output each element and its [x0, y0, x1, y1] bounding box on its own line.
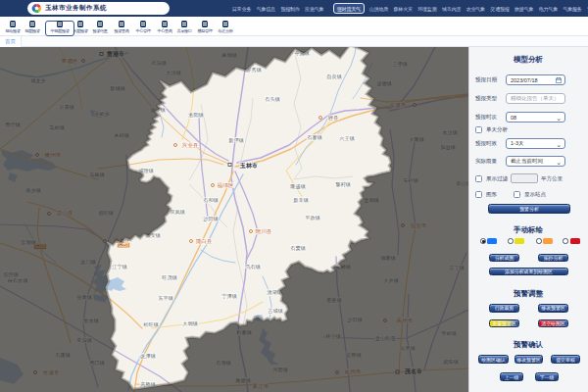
svg-text:乌石镇: 乌石镇	[245, 264, 261, 270]
svg-text:六王镇: 六王镇	[339, 135, 355, 141]
svg-text:大垌镇: 大垌镇	[182, 320, 198, 327]
svg-text:古城镇: 古城镇	[268, 308, 283, 315]
svg-text:黎村镇: 黎村镇	[335, 181, 351, 188]
svg-text:龙潭镇: 龙潭镇	[140, 353, 156, 360]
svg-text:陆川县: 陆川县	[256, 228, 272, 234]
svg-text:隆盛镇: 隆盛镇	[290, 183, 306, 189]
svg-text:容县: 容县	[327, 115, 339, 122]
svg-text:新丰镇: 新丰镇	[293, 197, 309, 203]
svg-text:石窝镇: 石窝镇	[290, 245, 306, 251]
svg-text:石和镇: 石和镇	[203, 197, 219, 203]
svg-text:石寨镇: 石寨镇	[307, 134, 322, 140]
svg-text:平政镇: 平政镇	[305, 215, 320, 220]
svg-text:自良镇: 自良镇	[326, 74, 342, 80]
svg-text:东平镇: 东平镇	[158, 295, 173, 301]
svg-text:旺茂镇: 旺茂镇	[162, 274, 177, 280]
svg-text:新坪镇: 新坪镇	[228, 137, 244, 143]
svg-text:博白县: 博白县	[196, 238, 213, 244]
svg-text:宁潭镇: 宁潭镇	[221, 293, 237, 300]
svg-text:沙田镇: 沙田镇	[203, 216, 219, 222]
svg-text:玉林市: 玉林市	[239, 162, 259, 169]
svg-text:洛阳镇: 洛阳镇	[188, 112, 204, 119]
svg-text:石头镇: 石头镇	[265, 96, 280, 102]
svg-text:江宁镇: 江宁镇	[112, 264, 127, 270]
svg-text:双凤镇: 双凤镇	[170, 209, 185, 215]
svg-text:福绵区: 福绵区	[218, 182, 234, 189]
svg-text:兴业县: 兴业县	[182, 142, 199, 148]
svg-text:松旺镇: 松旺镇	[143, 321, 159, 327]
